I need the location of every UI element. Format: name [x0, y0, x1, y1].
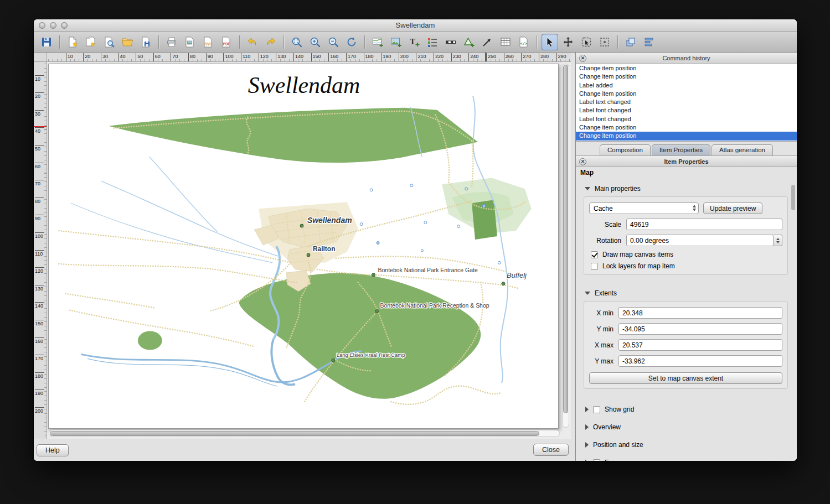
- zoom-out-button[interactable]: [325, 34, 342, 50]
- add-html-button[interactable]: </>: [515, 34, 532, 50]
- add-table-button[interactable]: [497, 34, 514, 50]
- position-and-size-section[interactable]: Position and size: [585, 441, 788, 449]
- move-item-content-button[interactable]: [560, 34, 576, 50]
- v-ruler-number: 20: [35, 92, 44, 99]
- duplicate-composition-button[interactable]: [83, 34, 99, 50]
- help-button[interactable]: Help: [37, 444, 69, 456]
- minimize-window-button[interactable]: [50, 22, 56, 29]
- v-scrollbar-thumb[interactable]: [563, 65, 568, 413]
- ungroup-items-button[interactable]: [596, 34, 613, 50]
- export-svg-button[interactable]: SVG: [200, 34, 216, 50]
- set-to-map-canvas-extent-button[interactable]: Set to map canvas extent: [589, 372, 782, 384]
- add-image-button[interactable]: [388, 34, 404, 50]
- extents-section-header[interactable]: Extents: [585, 289, 788, 297]
- toolbar-separator: [239, 35, 240, 49]
- show-grid-label: Show grid: [605, 406, 634, 413]
- zoom-out-icon: [327, 36, 339, 48]
- x-max-input[interactable]: [618, 339, 782, 351]
- command-history-item[interactable]: Label font changed: [576, 115, 797, 123]
- panel-tabs: Composition Item Properties Atlas genera…: [576, 142, 797, 155]
- tab-item-properties[interactable]: Item Properties: [652, 144, 710, 155]
- add-arrow-button[interactable]: [479, 34, 496, 50]
- y-min-input[interactable]: [618, 323, 782, 335]
- frame-section[interactable]: Frame: [585, 459, 788, 461]
- lock-layers-checkbox[interactable]: [591, 263, 598, 270]
- zoom-window-button[interactable]: [61, 22, 68, 29]
- tab-atlas-generation[interactable]: Atlas generation: [712, 144, 773, 155]
- command-history-close-icon[interactable]: ✕: [579, 55, 586, 62]
- close-window-button[interactable]: [39, 22, 45, 29]
- save-template-button[interactable]: [137, 34, 154, 50]
- overview-section[interactable]: Overview: [585, 423, 788, 431]
- overview-label: Overview: [593, 423, 621, 431]
- refresh-button[interactable]: [343, 34, 360, 50]
- y-max-input[interactable]: [618, 355, 782, 367]
- command-history-list[interactable]: Change item positionChange item position…: [576, 64, 797, 142]
- h-scrollbar-thumb[interactable]: [50, 431, 539, 436]
- zoom-in-button[interactable]: [307, 34, 323, 50]
- save-icon: [40, 36, 53, 48]
- scale-input[interactable]: [626, 219, 782, 230]
- export-image-button[interactable]: [182, 34, 198, 50]
- h-ruler-number: 90: [206, 53, 213, 61]
- main-properties-section-header[interactable]: Main properties: [585, 185, 788, 193]
- cache-mode-select[interactable]: Cache: [589, 202, 699, 214]
- print-button[interactable]: [163, 34, 180, 50]
- toolbar-separator: [537, 35, 537, 49]
- undo-button[interactable]: [244, 34, 261, 50]
- scale-label: Scale: [589, 221, 621, 228]
- export-pdf-button[interactable]: PDF: [218, 34, 235, 50]
- canvas-h-scrollbar[interactable]: [49, 430, 560, 437]
- v-ruler-number: 200: [35, 407, 44, 414]
- draw-canvas-items-checkbox[interactable]: [591, 251, 598, 258]
- x-min-input[interactable]: [618, 307, 782, 319]
- raise-items-button[interactable]: [622, 34, 639, 50]
- window-titlebar[interactable]: Swellendam: [34, 19, 797, 32]
- command-history-item[interactable]: Change item position: [576, 123, 797, 132]
- add-scalebar-button[interactable]: [442, 34, 459, 50]
- load-template-button[interactable]: [119, 34, 136, 50]
- select-move-item-button[interactable]: [542, 34, 558, 50]
- update-preview-button[interactable]: Update preview: [703, 202, 762, 214]
- composer-manager-button[interactable]: [101, 34, 117, 50]
- composition-map-item[interactable]: Swellendam Swellendam Railton Bontebok N…: [49, 64, 558, 428]
- canvas-v-scrollbar[interactable]: [562, 64, 569, 428]
- command-history-item[interactable]: Change item position: [576, 90, 797, 98]
- command-history-item[interactable]: Label font changed: [576, 106, 797, 115]
- redo-icon: [265, 36, 277, 48]
- new-composition-button[interactable]: [64, 34, 81, 50]
- page-magnifier-icon: [103, 36, 115, 48]
- add-label-button[interactable]: T: [406, 34, 422, 50]
- rotation-input[interactable]: [626, 235, 774, 246]
- y-max-label: Y max: [589, 357, 614, 365]
- v-ruler-number: 70: [35, 180, 44, 186]
- save-composition-button[interactable]: [38, 34, 55, 50]
- command-history-item[interactable]: Change item position: [576, 72, 797, 81]
- item-properties-close-icon[interactable]: ✕: [579, 158, 586, 165]
- composition-title-label[interactable]: Swellendam: [248, 72, 360, 98]
- close-button[interactable]: Close: [533, 444, 569, 456]
- group-items-button[interactable]: [578, 34, 595, 50]
- ungroup-items-icon: [599, 36, 611, 48]
- redo-button[interactable]: [262, 34, 279, 50]
- show-grid-checkbox[interactable]: [593, 406, 600, 413]
- panel-scrollbar-thumb[interactable]: [791, 185, 795, 210]
- svg-text:PDF: PDF: [223, 42, 230, 46]
- show-grid-section[interactable]: Show grid: [585, 406, 788, 413]
- rotation-spinner[interactable]: [774, 235, 782, 246]
- composition-canvas[interactable]: Swellendam Swellendam Railton Bontebok N…: [47, 62, 571, 439]
- zoom-full-button[interactable]: [288, 34, 305, 50]
- composer-toolbar: SVG PDF T </>: [34, 32, 797, 53]
- add-legend-button[interactable]: [424, 34, 441, 50]
- add-shape-button[interactable]: [461, 34, 477, 50]
- command-history-item[interactable]: Change item position: [576, 64, 797, 72]
- composition-paper[interactable]: Swellendam Swellendam Railton Bontebok N…: [48, 64, 559, 429]
- tab-composition[interactable]: Composition: [600, 144, 651, 155]
- command-history-item[interactable]: Label added: [576, 81, 797, 90]
- command-history-item[interactable]: Change item position: [576, 132, 797, 140]
- frame-checkbox[interactable]: [593, 459, 600, 461]
- command-history-item[interactable]: Label text changed: [576, 98, 797, 106]
- add-map-button[interactable]: [369, 34, 386, 50]
- duplicate-page-icon: [85, 36, 97, 48]
- align-items-button[interactable]: [641, 34, 657, 50]
